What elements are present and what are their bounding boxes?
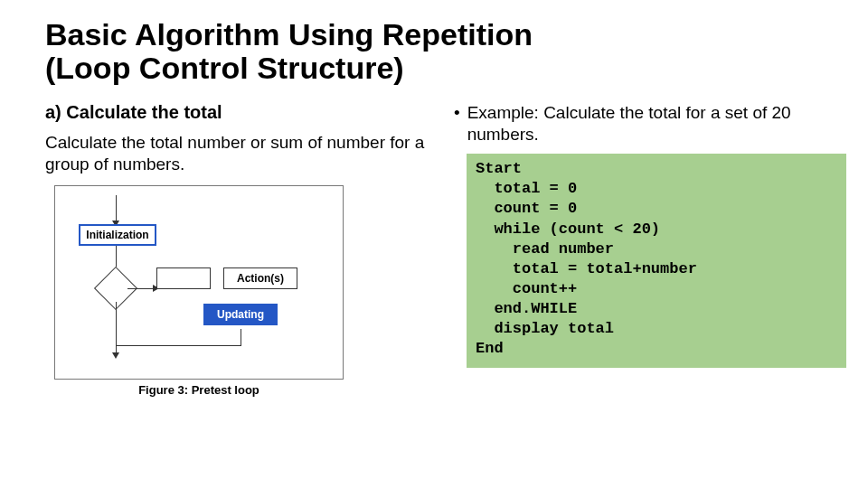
pseudocode-block: Start total = 0 count = 0 while (count <… (467, 154, 846, 368)
figure-caption: Figure 3: Pretest loop (54, 383, 344, 397)
right-column: • Example: Calculate the total for a set… (454, 102, 846, 398)
example-bullet: • Example: Calculate the total for a set… (454, 102, 846, 145)
left-column: a) Calculate the total Calculate the tot… (45, 102, 425, 398)
slide-title: Basic Algorithm Using Repetition (Loop C… (45, 18, 823, 86)
section-a-heading: a) Calculate the total (45, 102, 425, 123)
flowchart-box-blank (156, 267, 211, 289)
content-columns: a) Calculate the total Calculate the tot… (45, 102, 823, 398)
bullet-dot-icon: • (454, 102, 460, 145)
title-line-2: (Loop Control Structure) (45, 51, 404, 85)
flowchart-box-initialization: Initialization (79, 224, 156, 246)
example-text: Example: Calculate the total for a set o… (467, 102, 846, 145)
title-line-1: Basic Algorithm Using Repetition (45, 17, 533, 52)
section-a-description: Calculate the total number or sum of num… (45, 132, 425, 175)
flowchart-figure: Initialization Action(s) Updating (54, 185, 344, 380)
flowchart-box-actions: Action(s) (223, 267, 297, 289)
flowchart-box-updating: Updating (203, 304, 278, 325)
